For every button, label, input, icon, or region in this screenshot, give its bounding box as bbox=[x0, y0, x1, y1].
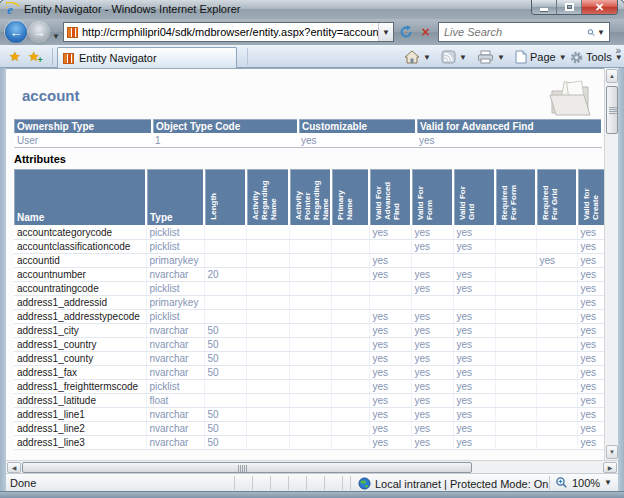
attribute-value-cell bbox=[536, 436, 577, 450]
attribute-value-cell: yes bbox=[369, 408, 411, 422]
attribute-value-cell bbox=[536, 296, 577, 310]
attribute-value-cell bbox=[495, 422, 536, 436]
attribute-value-cell: 50 bbox=[204, 366, 246, 380]
history-dropdown-icon[interactable]: ▼ bbox=[52, 32, 60, 41]
tab-entity-navigator[interactable]: Entity Navigator bbox=[57, 47, 237, 68]
scroll-up-icon[interactable]: ▲ bbox=[606, 69, 618, 83]
attribute-value-cell: yes bbox=[577, 394, 604, 408]
attribute-value-cell: yes bbox=[577, 268, 604, 282]
attribute-value-cell bbox=[536, 380, 577, 394]
address-bar[interactable]: ▼ bbox=[63, 22, 394, 42]
address-input[interactable] bbox=[82, 24, 378, 40]
attribute-value-cell: yes bbox=[577, 422, 604, 436]
home-dropdown-icon[interactable]: ▼ bbox=[423, 53, 431, 62]
attribute-value-cell bbox=[536, 240, 577, 254]
attribute-value-cell: yes bbox=[577, 380, 604, 394]
attribute-name-cell: address1_city bbox=[14, 324, 146, 338]
feeds-dropdown-icon[interactable]: ▼ bbox=[459, 53, 467, 62]
column-header: Valid for Create bbox=[577, 169, 604, 226]
horizontal-scroll-thumb[interactable] bbox=[22, 462, 472, 473]
attribute-value-cell bbox=[495, 254, 536, 268]
column-header: Valid For Form bbox=[411, 169, 453, 226]
attribute-value-cell bbox=[289, 380, 331, 394]
attribute-value-cell: picklist bbox=[146, 282, 204, 296]
search-box[interactable]: ▼ bbox=[438, 22, 610, 42]
search-options-icon[interactable]: ▼ bbox=[595, 28, 609, 37]
attribute-value-cell bbox=[495, 268, 536, 282]
column-header: Valid For Grid bbox=[453, 169, 495, 226]
add-favorite-icon[interactable]: ★+ bbox=[28, 49, 40, 64]
favorites-center-icon[interactable]: ★ bbox=[9, 49, 21, 64]
vertical-scroll-thumb[interactable] bbox=[606, 86, 618, 134]
back-button[interactable]: ← bbox=[5, 21, 27, 43]
entity-info-table: Ownership Type Object Type Code Customiz… bbox=[14, 119, 603, 148]
attribute-value-cell bbox=[204, 254, 246, 268]
page-menu-button[interactable]: Page ▼ bbox=[515, 48, 567, 66]
attributes-section-title: Attributes bbox=[14, 153, 66, 165]
attribute-value-cell bbox=[411, 296, 453, 310]
tab-label: Entity Navigator bbox=[79, 52, 157, 64]
attribute-value-cell: 50 bbox=[204, 422, 246, 436]
attribute-value-cell bbox=[289, 394, 331, 408]
minimize-button[interactable] bbox=[532, 0, 557, 14]
vertical-scrollbar[interactable]: ▲ ▼ bbox=[604, 68, 618, 460]
attribute-value-cell bbox=[331, 338, 369, 352]
title-bar[interactable]: e Entity Navigator - Windows Internet Ex… bbox=[0, 0, 624, 19]
attribute-value-cell bbox=[495, 380, 536, 394]
attribute-value-cell: yes bbox=[577, 254, 604, 268]
attribute-value-cell: yes bbox=[577, 408, 604, 422]
attribute-value-cell: yes bbox=[411, 436, 453, 450]
attribute-value-cell bbox=[289, 282, 331, 296]
feeds-button[interactable]: ▼ bbox=[441, 48, 467, 66]
attribute-value-cell bbox=[331, 226, 369, 240]
scroll-down-icon[interactable]: ▼ bbox=[606, 445, 618, 459]
scroll-right-icon[interactable]: ▶ bbox=[603, 462, 617, 473]
attribute-value-cell: nvarchar bbox=[146, 422, 204, 436]
print-dropdown-icon[interactable]: ▼ bbox=[497, 53, 505, 62]
maximize-button[interactable] bbox=[557, 0, 582, 14]
attribute-value-cell bbox=[246, 324, 289, 338]
zoom-dropdown-icon[interactable]: ▼ bbox=[604, 478, 612, 487]
home-button[interactable]: ▼ bbox=[404, 48, 431, 66]
column-header: Required For Grid bbox=[536, 169, 577, 226]
attribute-value-cell: yes bbox=[411, 226, 453, 240]
tab-bar: ★ ★+ Entity Navigator ▼ ▼ bbox=[0, 45, 624, 68]
attribute-name-cell: address1_fax bbox=[14, 366, 146, 380]
search-input[interactable] bbox=[439, 26, 587, 38]
attribute-value-cell bbox=[495, 310, 536, 324]
close-button[interactable]: ✕ bbox=[582, 0, 617, 14]
stop-button[interactable]: × bbox=[417, 23, 434, 41]
attribute-value-cell bbox=[204, 226, 246, 240]
attribute-value-cell bbox=[536, 310, 577, 324]
attribute-value-cell bbox=[289, 338, 331, 352]
attribute-value-cell bbox=[204, 310, 246, 324]
refresh-button[interactable] bbox=[397, 23, 414, 41]
toolbar-overflow-chevron[interactable]: » bbox=[615, 45, 621, 56]
attribute-value-cell bbox=[495, 436, 536, 450]
attribute-value-cell bbox=[369, 240, 411, 254]
attribute-value-cell: nvarchar bbox=[146, 268, 204, 282]
status-bar: Done Local intranet | Protected Mode: On… bbox=[6, 473, 618, 491]
attribute-value-cell bbox=[246, 352, 289, 366]
search-icon[interactable] bbox=[587, 26, 595, 39]
attribute-value-cell: yes bbox=[577, 240, 604, 254]
attribute-value-cell bbox=[331, 268, 369, 282]
zoom-control[interactable]: 100% ▼ bbox=[555, 476, 612, 489]
gear-icon bbox=[570, 51, 583, 64]
address-dropdown-icon[interactable]: ▼ bbox=[378, 23, 393, 41]
attribute-value-cell bbox=[331, 324, 369, 338]
page-dropdown-icon[interactable]: ▼ bbox=[559, 53, 567, 62]
attribute-value-cell: yes bbox=[577, 436, 604, 450]
attribute-value-cell: yes bbox=[453, 324, 495, 338]
attribute-value-cell bbox=[289, 268, 331, 282]
forward-button[interactable]: → bbox=[29, 22, 49, 42]
scroll-left-icon[interactable]: ◀ bbox=[7, 462, 21, 473]
attribute-value-cell: float bbox=[146, 394, 204, 408]
attribute-value-cell bbox=[331, 240, 369, 254]
table-row: accountcategorycodepicklistyesyesyesyes bbox=[14, 226, 604, 240]
print-button[interactable]: ▼ bbox=[477, 48, 505, 66]
horizontal-scrollbar[interactable]: ◀ ▶ bbox=[6, 460, 618, 473]
table-row: address1_latitudefloatyesyesyesyes bbox=[14, 394, 604, 408]
attribute-name-cell: address1_country bbox=[14, 338, 146, 352]
zone-text: Local intranet | Protected Mode: On bbox=[375, 478, 548, 490]
